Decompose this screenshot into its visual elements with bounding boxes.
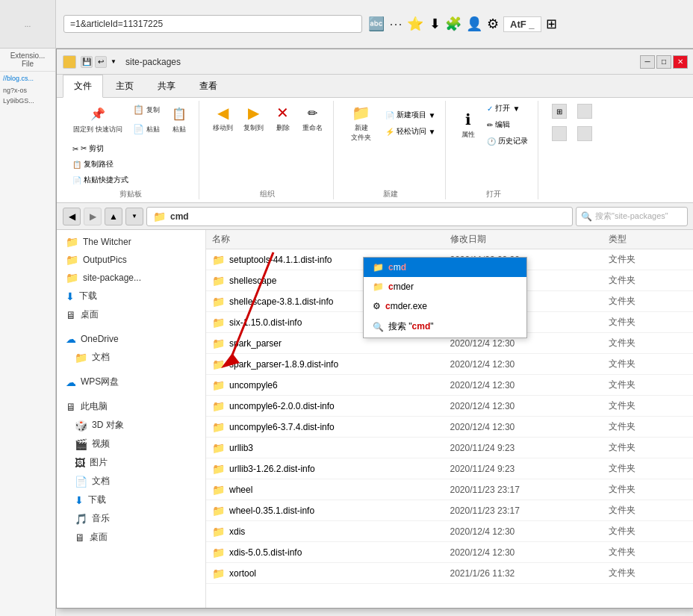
- sidebar-item-download[interactable]: ⬇ 下载: [57, 287, 205, 305]
- dropdown-arrow[interactable]: ▼: [109, 56, 118, 68]
- copy-to-btn[interactable]: ▶ 复制到: [239, 101, 268, 136]
- app-icon-1[interactable]: ⊞: [547, 101, 571, 122]
- cmder-icon: 📁: [373, 281, 384, 292]
- sidebar-item-desktop[interactable]: 🖥 桌面: [57, 305, 205, 324]
- file-name: six-1.15.0.dist-info: [229, 317, 302, 328]
- autocomplete-dropdown[interactable]: 📁 cmd 📁 cmder ⚙ cmder.exe 🔍 搜索 "cmd": [363, 257, 527, 338]
- sidebar-item-wps[interactable]: ☁ WPS网盘: [57, 373, 205, 391]
- table-row[interactable]: 📁 xdis 2020/12/4 12:30 文件夹: [206, 521, 693, 542]
- forward-btn[interactable]: ▶: [84, 208, 102, 225]
- delete-btn[interactable]: ✕ 删除: [270, 101, 296, 136]
- properties-btn[interactable]: ℹ 属性: [455, 108, 482, 143]
- atf-badge[interactable]: AtF _: [503, 16, 541, 32]
- table-row[interactable]: 📁 uncompyle6 2020/12/4 12:30 文件夹: [206, 375, 693, 396]
- file-folder-icon: 📁: [212, 421, 225, 433]
- copy-path-btn[interactable]: 📋 复制路径: [69, 157, 193, 172]
- autocomplete-item-cmd[interactable]: 📁 cmd: [364, 258, 526, 277]
- copy-label: 复制: [146, 105, 160, 115]
- close-btn[interactable]: ✕: [673, 55, 688, 69]
- file-folder-icon: 📁: [212, 254, 225, 266]
- sidebar-label-desktop: 桌面: [81, 308, 99, 321]
- new-item-btn[interactable]: 📄 新建项目 ▼: [382, 108, 440, 122]
- paste-btn[interactable]: 📄 粘贴: [128, 120, 164, 138]
- sidebar-item-pictures[interactable]: 🖼 图片: [57, 453, 205, 472]
- sidebar-item-desktop2[interactable]: 🖥 桌面: [57, 528, 205, 547]
- paste-shortcut-btn[interactable]: 📄 粘贴快捷方式: [69, 172, 193, 187]
- open-label: 打开: [495, 103, 510, 113]
- table-row[interactable]: 📁 xdis-5.0.5.dist-info 2020/12/4 12:30 文…: [206, 542, 693, 563]
- file-type: 文件夹: [609, 483, 688, 496]
- table-row[interactable]: 📁 wheel 2020/11/23 23:17 文件夹: [206, 479, 693, 500]
- ribbon-content: 📌 固定到 快速访问 📋 复制 📄 粘贴 📋 粘贴: [57, 98, 693, 203]
- sidebar-item-music[interactable]: 🎵 音乐: [57, 509, 205, 528]
- file-folder-icon: 📁: [212, 275, 225, 287]
- app-icon-2[interactable]: [573, 101, 597, 122]
- file-name: wheel: [229, 485, 252, 495]
- left-panel-url-partial: //blog.cs...: [0, 72, 55, 85]
- address-bar[interactable]: 📁 cmd: [146, 207, 573, 226]
- address-folder-icon: 📁: [153, 211, 166, 223]
- file-type: 文件夹: [609, 441, 688, 454]
- copy-icon: 📋: [133, 104, 145, 116]
- download-icon: ⬇: [429, 16, 441, 32]
- browser-url-bar[interactable]: =1&articleId=11317225: [63, 15, 362, 33]
- minimize-btn[interactable]: ─: [640, 55, 655, 69]
- open-btn[interactable]: ✓ 打开 ▼: [483, 101, 532, 116]
- file-name: shellescape: [229, 276, 276, 286]
- sidebar-item-3dobjects[interactable]: 🎲 3D 对象: [57, 416, 205, 435]
- file-date: 2020/12/4 12:30: [450, 422, 609, 432]
- table-row[interactable]: 📁 spark_parser-1.8.9.dist-info 2020/12/4…: [206, 354, 693, 375]
- sidebar-item-documents[interactable]: 📄 文档: [57, 472, 205, 491]
- table-row[interactable]: 📁 xortool 2021/1/26 11:32 文件夹: [206, 563, 693, 584]
- autocomplete-item-cmder-exe[interactable]: ⚙ cmder.exe: [364, 296, 526, 316]
- table-row[interactable]: 📁 uncompyle6-3.7.4.dist-info 2020/12/4 1…: [206, 417, 693, 438]
- sidebar-item-thispc[interactable]: 🖥 此电脑: [57, 397, 205, 416]
- new-folder-btn[interactable]: 📁 新建文件夹: [343, 101, 380, 146]
- pin-btn[interactable]: 📌 固定到 快速访问: [69, 102, 127, 137]
- paste-main-btn[interactable]: 📋 粘贴: [166, 102, 193, 137]
- file-type: 文件夹: [609, 274, 688, 287]
- app-icon-4[interactable]: [573, 123, 597, 144]
- left-panel-param2: Ly9ibGS...: [0, 96, 55, 106]
- tab-share[interactable]: 共享: [146, 75, 187, 97]
- sidebar-item-downloads2[interactable]: ⬇ 下载: [57, 491, 205, 509]
- table-row[interactable]: 📁 wheel-0.35.1.dist-info 2020/11/23 23:1…: [206, 500, 693, 521]
- cut-btn[interactable]: ✂ ✂ 剪切: [69, 141, 193, 156]
- search-cmd-text: 搜索 "cmd": [388, 320, 434, 333]
- autocomplete-item-search[interactable]: 🔍 搜索 "cmd": [364, 316, 526, 337]
- copy-btn[interactable]: 📋 复制: [128, 101, 164, 119]
- maximize-btn[interactable]: □: [656, 55, 671, 69]
- sidebar-label-video: 视频: [92, 438, 110, 450]
- table-row[interactable]: 📁 urllib3-1.26.2.dist-info 2020/11/24 9:…: [206, 458, 693, 479]
- move-to-btn[interactable]: ◀ 移动到: [208, 101, 237, 136]
- sidebar-item-onedrive[interactable]: ☁ OneDrive: [57, 330, 205, 348]
- undo-icon-small: ↩: [95, 56, 107, 68]
- history-btn[interactable]: 🕐 历史记录: [483, 134, 532, 149]
- cmder-exe-icon: ⚙: [373, 301, 381, 311]
- easy-access-btn[interactable]: ⚡ 轻松访问 ▼: [382, 124, 440, 139]
- sidebar-item-sitepackages[interactable]: 📁 site-package...: [57, 269, 205, 287]
- autocomplete-item-cmder[interactable]: 📁 cmder: [364, 277, 526, 296]
- tab-view[interactable]: 查看: [188, 75, 229, 97]
- tab-file[interactable]: 文件: [63, 75, 103, 98]
- table-row[interactable]: 📁 urllib3 2020/11/24 9:23 文件夹: [206, 438, 693, 458]
- app-icon-3[interactable]: [547, 123, 571, 144]
- edit-btn[interactable]: ✏ 编辑: [483, 117, 532, 132]
- file-date: 2020/12/4 12:30: [450, 380, 609, 391]
- pin-icon: 📌: [89, 105, 107, 123]
- sidebar-item-outputpics[interactable]: 📁 OutputPics: [57, 251, 205, 269]
- table-row[interactable]: 📁 uncompyle6-2.0.0.dist-info 2020/12/4 1…: [206, 396, 693, 417]
- search-bar[interactable]: 🔍 搜索"site-packages": [576, 207, 688, 226]
- file-folder-icon: 📁: [212, 379, 225, 391]
- back-btn[interactable]: ◀: [63, 208, 81, 225]
- up-btn[interactable]: ▲: [105, 208, 122, 225]
- tab-home[interactable]: 主页: [105, 75, 145, 97]
- sidebar-item-thewitcher[interactable]: 📁 The Witcher: [57, 233, 205, 251]
- rename-btn[interactable]: ✏ 重命名: [298, 101, 327, 136]
- sidebar-item-docs-onedrive[interactable]: 📁 文档: [57, 348, 205, 367]
- onedrive-icon: ☁: [66, 333, 76, 345]
- file-type: 文件夹: [609, 420, 688, 433]
- sidebar-item-video[interactable]: 🎬 视频: [57, 435, 205, 453]
- search-placeholder: 搜索"site-packages": [595, 211, 668, 222]
- recent-btn[interactable]: ▼: [125, 208, 143, 225]
